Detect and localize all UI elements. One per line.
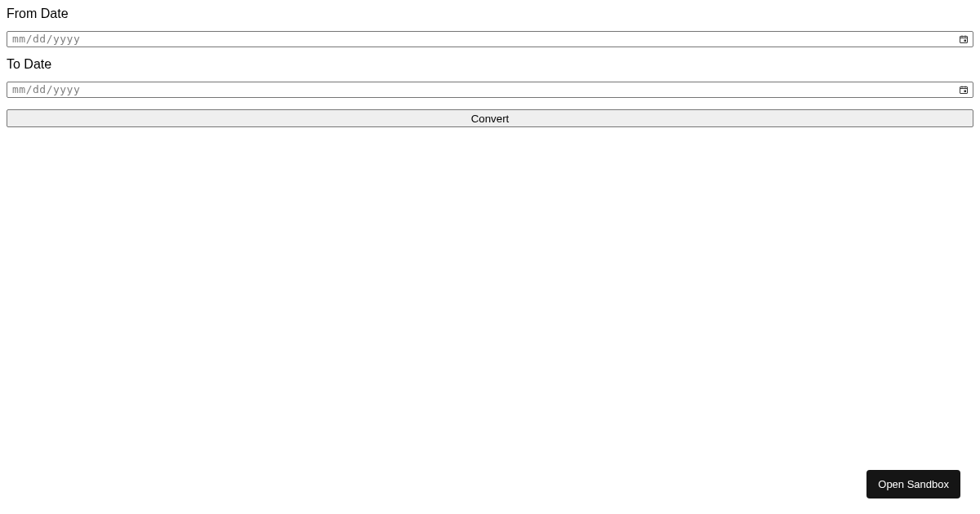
to-date-field-wrapper: mm/dd/yyyy [7, 82, 973, 98]
open-sandbox-button[interactable]: Open Sandbox [866, 470, 960, 498]
date-form: From Date mm/dd/yyyy To Date mm/dd/yyyy [7, 7, 973, 127]
svg-rect-9 [964, 91, 967, 93]
to-date-input[interactable]: mm/dd/yyyy [7, 82, 973, 98]
from-date-label: From Date [7, 7, 973, 21]
convert-button[interactable]: Convert [7, 109, 973, 127]
svg-rect-0 [960, 37, 968, 43]
from-date-input[interactable]: mm/dd/yyyy [7, 31, 973, 47]
calendar-icon[interactable] [958, 84, 969, 95]
calendar-icon[interactable] [958, 33, 969, 45]
from-date-placeholder: mm/dd/yyyy [11, 32, 80, 47]
to-date-label: To Date [7, 57, 973, 72]
to-date-placeholder: mm/dd/yyyy [11, 82, 80, 97]
from-date-field-wrapper: mm/dd/yyyy [7, 31, 973, 47]
svg-rect-4 [964, 40, 967, 42]
svg-rect-5 [960, 87, 968, 94]
